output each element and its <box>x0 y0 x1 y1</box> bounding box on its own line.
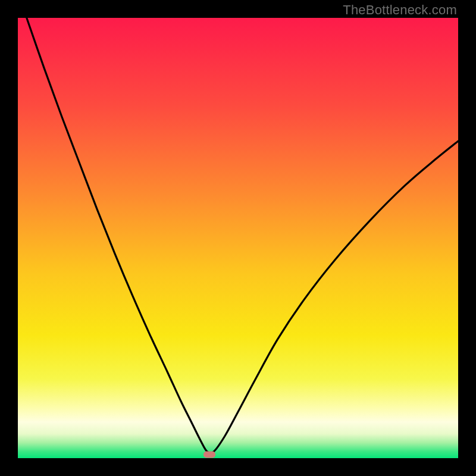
optimum-marker <box>203 452 215 458</box>
bottleneck-curve <box>18 18 458 458</box>
watermark-text: TheBottleneck.com <box>343 2 457 18</box>
plot-area <box>18 18 458 458</box>
outer-frame: TheBottleneck.com <box>0 0 476 476</box>
